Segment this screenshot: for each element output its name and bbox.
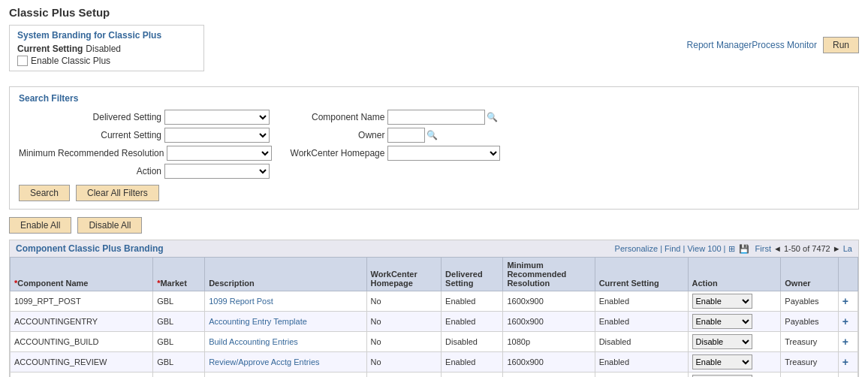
cell-delivered-setting: Disabled (442, 332, 503, 352)
col-action: Action (688, 258, 781, 291)
col-add (838, 258, 857, 291)
cell-action: EnableDisable (688, 372, 781, 378)
cell-description: 1099 Report Post (205, 291, 366, 312)
component-table-section: Component Classic Plus Branding Personal… (9, 240, 859, 377)
personalize-link[interactable]: Personalize (615, 244, 658, 253)
owner-filter-row: Owner 🔍 (287, 128, 500, 143)
cell-workcenter: No (366, 332, 442, 352)
table-body: 1099_RPT_POST GBL 1099 Report Post No En… (11, 291, 858, 378)
action-select[interactable]: EnableDisable (692, 354, 752, 369)
cell-owner: Treasury (781, 352, 839, 372)
delivered-setting-label: Delivered Setting (19, 112, 161, 122)
cell-action: EnableDisable (688, 332, 781, 352)
col-current-setting: Current Setting (595, 258, 688, 291)
enable-all-button[interactable]: Enable All (9, 217, 71, 234)
cell-current-setting: Enabled (595, 372, 688, 378)
cell-description: Review/Approve Acctg Entries (205, 352, 366, 372)
cell-market: GBL (153, 372, 205, 378)
action-filter-row: Action (19, 164, 272, 179)
cell-workcenter: No (366, 291, 442, 312)
cell-owner: Treasury (781, 332, 839, 352)
component-table-title: Component Classic Plus Branding (16, 243, 164, 254)
add-row-icon[interactable]: + (842, 356, 848, 368)
delivered-setting-select[interactable] (164, 110, 270, 125)
cell-current-setting: Enabled (595, 291, 688, 312)
delivered-setting-row: Delivered Setting (19, 110, 272, 125)
min-res-filter-select[interactable] (167, 146, 272, 161)
cell-owner: Payables (781, 312, 839, 332)
current-setting-value: Disabled (86, 44, 121, 54)
cell-min-resolution: 1600x900 (503, 312, 595, 332)
description-link[interactable]: Build Accounting Entries (209, 337, 298, 346)
view-link[interactable]: View 100 (687, 244, 721, 253)
owner-input[interactable] (387, 128, 425, 143)
cell-delivered-setting: Enabled (442, 312, 503, 332)
col-delivered-setting: DeliveredSetting (442, 258, 503, 291)
current-setting-label: Current Setting (17, 44, 83, 54)
add-row-icon[interactable]: + (842, 315, 848, 327)
system-branding-title: System Branding for Classic Plus (17, 30, 196, 41)
cell-workcenter: No (366, 352, 442, 372)
cell-component-name: ACCOUNTING_REVIEW (11, 352, 153, 372)
cell-add: + (838, 352, 857, 372)
description-link[interactable]: Accounting Entry Template (209, 317, 307, 326)
action-filter-select[interactable] (164, 164, 270, 179)
action-select[interactable]: EnableDisable (692, 314, 752, 329)
min-res-filter-label: Minimum Recommended Resolution (19, 148, 164, 158)
cell-description: Accounting Entry Template (205, 312, 366, 332)
cell-delivered-setting: Enabled (442, 372, 503, 378)
header-area: System Branding for Classic Plus Current… (9, 25, 859, 79)
col-owner: Owner (781, 258, 839, 291)
cell-min-resolution: 1600x900 (503, 291, 595, 312)
action-select[interactable]: EnableDisable (692, 334, 752, 349)
search-filters-box: Search Filters Delivered Setting Current… (9, 86, 859, 210)
current-setting-filter-select[interactable] (164, 128, 270, 143)
report-manager-link[interactable]: Report Manager (687, 40, 752, 50)
workcenter-filter-select[interactable] (387, 146, 500, 161)
cell-owner: Payables (781, 291, 839, 312)
enable-classic-checkbox[interactable] (17, 56, 28, 66)
cell-current-setting: Enabled (595, 312, 688, 332)
cell-action: EnableDisable (688, 291, 781, 312)
cell-owner: Treasury (781, 372, 839, 378)
icon-save[interactable]: 💾 (739, 244, 749, 253)
table-header-bar: Component Classic Plus Branding Personal… (10, 240, 858, 257)
table-header-row: *Component Name *Market Description Work… (11, 258, 858, 291)
owner-search-icon[interactable]: 🔍 (426, 130, 438, 140)
enable-classic-label: Enable Classic Plus (31, 56, 110, 66)
table-header-controls: Personalize | Find | View 100 | ⊞ 💾 (615, 244, 749, 254)
add-row-icon[interactable]: + (842, 295, 848, 307)
col-workcenter: WorkCenterHomepage (366, 258, 442, 291)
page-title: Classic Plus Setup (9, 6, 859, 19)
enable-classic-row: Enable Classic Plus (17, 56, 196, 66)
current-setting-filter-row: Current Setting (19, 128, 272, 143)
col-component-name: *Component Name (11, 258, 153, 291)
find-link[interactable]: Find (665, 244, 680, 253)
cell-delivered-setting: Enabled (442, 291, 503, 312)
clear-filters-button[interactable]: Clear All Filters (76, 185, 159, 201)
cell-current-setting: Enabled (595, 352, 688, 372)
cell-current-setting: Disabled (595, 332, 688, 352)
cell-min-resolution: 1080p (503, 332, 595, 352)
cell-description: Build Accounting Entries (205, 332, 366, 352)
first-link[interactable]: First (755, 244, 771, 253)
disable-all-button[interactable]: Disable All (77, 217, 142, 234)
search-button[interactable]: Search (19, 185, 70, 201)
current-setting-filter-label: Current Setting (19, 130, 161, 140)
process-monitor-link[interactable]: Process Monitor (752, 40, 817, 50)
component-name-input[interactable] (387, 110, 485, 125)
component-name-filter-label: Component Name (287, 112, 384, 122)
table-controls-right: Personalize | Find | View 100 | ⊞ 💾 Firs… (615, 244, 852, 254)
run-button[interactable]: Run (823, 37, 859, 53)
min-res-filter-row: Minimum Recommended Resolution (19, 146, 272, 161)
description-link[interactable]: Review/Approve Acctg Entries (209, 357, 319, 366)
cell-market: GBL (153, 291, 205, 312)
add-row-icon[interactable]: + (842, 336, 848, 348)
icon-grid[interactable]: ⊞ (728, 244, 735, 253)
component-name-search-icon[interactable]: 🔍 (487, 112, 498, 122)
action-select[interactable]: EnableDisable (692, 294, 752, 309)
description-link[interactable]: 1099 Report Post (209, 297, 273, 306)
component-table: *Component Name *Market Description Work… (10, 257, 858, 377)
cell-component-name: 1099_RPT_POST (11, 291, 153, 312)
last-link[interactable]: La (843, 244, 852, 253)
